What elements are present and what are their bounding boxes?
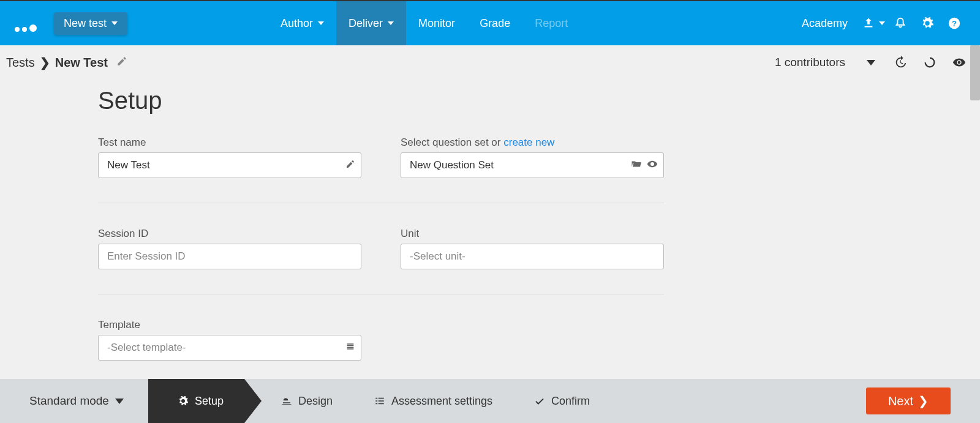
chevron-down-icon [879,21,885,25]
eye-icon[interactable] [944,56,974,69]
create-new-link[interactable]: create new [503,137,554,148]
nav-deliver-label: Deliver [349,17,383,30]
question-set-input[interactable] [401,152,664,178]
eye-icon[interactable] [647,159,658,172]
main-content: Setup Test name Select question set or c… [0,80,980,379]
step-design[interactable]: Design [244,379,353,423]
nav-grade[interactable]: Grade [467,1,522,45]
contributors-dropdown[interactable] [856,60,886,66]
template-placeholder: -Select template- [107,342,186,354]
nav-report-label: Report [535,17,568,30]
nav-deliver[interactable]: Deliver [336,1,406,45]
breadcrumb: Tests ❯ New Test [6,55,127,70]
nav-author-label: Author [281,17,313,30]
unit-label: Unit [401,228,664,240]
contributors-count[interactable]: 1 contributors [775,56,845,69]
nav-monitor-label: Monitor [418,17,455,30]
chevron-down-icon [115,399,124,404]
chevron-down-icon [318,21,324,25]
subheader: Tests ❯ New Test 1 contributors [0,45,980,80]
question-set-label: Select question set or [401,137,503,148]
template-select[interactable]: -Select template- [98,335,361,361]
unit-select[interactable]: -Select unit- [401,244,664,269]
step-design-label: Design [298,395,333,408]
nav-academy-label: Academy [802,17,848,30]
next-button[interactable]: Next ❯ [866,387,951,414]
nav-grade-label: Grade [480,17,510,30]
new-test-dropdown[interactable]: New test [54,12,127,35]
chevron-right-icon: ❯ [918,394,929,408]
step-setup-label: Setup [195,395,224,408]
step-confirm-label: Confirm [551,395,590,408]
mode-label: Standard mode [29,394,109,408]
step-assessment-settings[interactable]: Assessment settings [353,379,513,423]
template-label: Template [98,319,361,331]
svg-text:?: ? [952,19,957,28]
field-session-id: Session ID [98,228,361,269]
new-test-label: New test [64,17,107,30]
pencil-icon[interactable] [345,159,355,171]
help-icon[interactable]: ? [941,1,968,45]
list-icon[interactable] [345,342,355,354]
upload-icon[interactable] [860,1,887,45]
folder-open-icon[interactable] [631,159,642,172]
mode-toggle[interactable]: Standard mode [29,394,124,408]
step-assessment-label: Assessment settings [391,395,492,408]
chevron-down-icon [111,21,118,25]
nav-academy[interactable]: Academy [790,1,860,45]
field-unit: Unit -Select unit- [401,228,664,269]
scrollbar[interactable] [970,45,980,100]
breadcrumb-separator: ❯ [40,55,50,70]
step-setup[interactable]: Setup [148,379,244,423]
field-test-name: Test name [98,137,361,178]
divider [98,294,664,294]
nav-report: Report [522,1,580,45]
field-template: Template -Select template- [98,319,361,361]
app-logo[interactable] [0,1,51,45]
pencil-icon[interactable] [116,56,127,70]
session-id-label: Session ID [98,228,361,240]
field-question-set: Select question set or create new [401,137,664,178]
steps: Setup Design Assessment settings Confirm [148,379,611,423]
gear-icon[interactable] [914,1,941,45]
unit-placeholder: -Select unit- [410,250,466,263]
test-name-label: Test name [98,137,361,149]
session-id-input[interactable] [98,244,361,269]
divider [98,203,664,203]
test-name-input[interactable] [98,152,361,178]
step-confirm[interactable]: Confirm [513,379,611,423]
next-button-label: Next [888,394,913,408]
breadcrumb-current: New Test [55,56,108,70]
nav-author[interactable]: Author [268,1,336,45]
page-title: Setup [98,87,882,114]
refresh-icon[interactable] [915,56,944,69]
nav-monitor[interactable]: Monitor [406,1,467,45]
footer-stepper: Standard mode Setup Design Assessment se… [0,379,980,423]
chevron-down-icon [388,21,394,25]
bell-icon[interactable] [887,1,914,45]
top-nav: New test Author Deliver Monitor Grade Re… [0,1,980,45]
history-icon[interactable] [886,56,915,69]
breadcrumb-root[interactable]: Tests [6,56,35,70]
